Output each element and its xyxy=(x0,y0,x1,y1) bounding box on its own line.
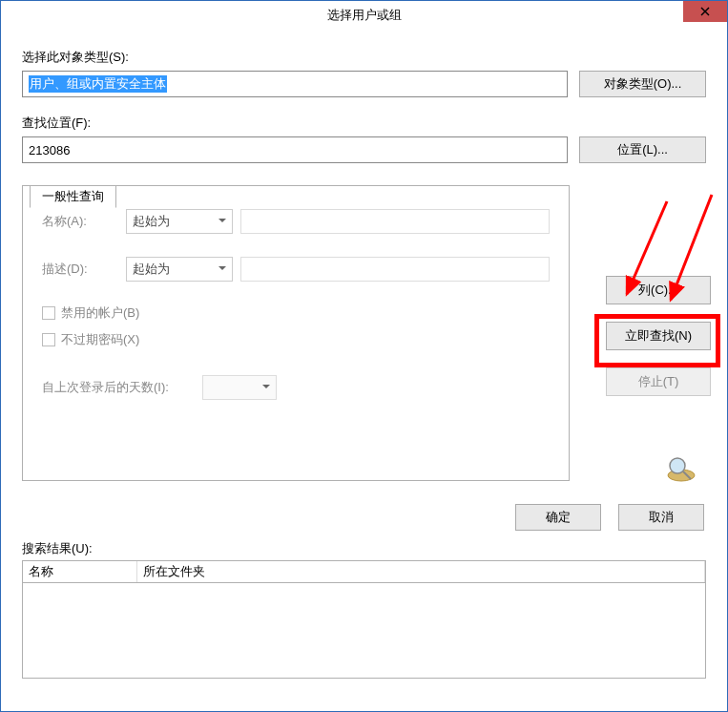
results-label: 搜索结果(U): xyxy=(22,540,706,557)
find-now-button[interactable]: 立即查找(N) xyxy=(606,322,711,350)
name-label: 名称(A): xyxy=(42,213,118,230)
location-label: 查找位置(F): xyxy=(22,115,706,132)
close-button[interactable] xyxy=(683,1,727,22)
object-type-value: 用户、组或内置安全主体 xyxy=(29,75,167,93)
days-combo xyxy=(202,375,277,400)
close-icon xyxy=(700,7,710,16)
object-type-label: 选择此对象类型(S): xyxy=(22,49,706,66)
results-list[interactable] xyxy=(22,583,706,679)
tab-common-queries[interactable]: 一般性查询 xyxy=(30,185,116,208)
results-col-folder[interactable]: 所在文件夹 xyxy=(137,561,705,582)
checkbox-icon xyxy=(42,306,55,320)
desc-label: 描述(D): xyxy=(42,261,118,278)
tab-body: 名称(A): 起始为 描述(D): 起始为 禁用的帐户(B) 不过期密码(X) xyxy=(22,185,570,481)
cancel-button[interactable]: 取消 xyxy=(618,504,704,531)
results-header: 名称 所在文件夹 xyxy=(22,560,706,583)
tab-panel: 一般性查询 名称(A): 起始为 描述(D): 起始为 禁用的帐户(B) xyxy=(22,185,706,481)
non-expiring-label: 不过期密码(X) xyxy=(61,331,139,348)
ok-button[interactable]: 确定 xyxy=(515,504,601,531)
dialog-window: 选择用户或组 选择此对象类型(S): 用户、组或内置安全主体 对象类型(O)..… xyxy=(0,0,728,712)
checkbox-icon xyxy=(42,333,55,346)
name-row: 名称(A): 起始为 xyxy=(42,209,550,234)
svg-point-5 xyxy=(670,458,685,473)
non-expiring-checkbox[interactable]: 不过期密码(X) xyxy=(42,331,550,348)
disabled-accounts-label: 禁用的帐户(B) xyxy=(61,304,139,322)
right-button-column: 列(C)... 立即查找(N) 停止(T) xyxy=(606,276,711,396)
object-types-button[interactable]: 对象类型(O)... xyxy=(579,71,706,97)
bottom-button-row: 确定 取消 xyxy=(22,494,704,531)
disabled-accounts-checkbox[interactable]: 禁用的帐户(B) xyxy=(42,304,550,322)
desc-input[interactable] xyxy=(240,257,550,282)
location-field[interactable]: 213086 xyxy=(22,136,568,163)
location-row: 213086 位置(L)... xyxy=(22,136,706,163)
titlebar: 选择用户或组 xyxy=(1,1,727,30)
results-col-name[interactable]: 名称 xyxy=(23,561,137,582)
days-row: 自上次登录后的天数(I): xyxy=(42,375,550,400)
magnifier-icon xyxy=(660,454,698,485)
dialog-title: 选择用户或组 xyxy=(327,7,402,24)
name-combo[interactable]: 起始为 xyxy=(126,209,233,234)
locations-button[interactable]: 位置(L)... xyxy=(579,136,706,163)
location-value: 213086 xyxy=(29,143,70,157)
name-input[interactable] xyxy=(240,209,550,234)
days-label: 自上次登录后的天数(I): xyxy=(42,379,195,396)
object-type-row: 用户、组或内置安全主体 对象类型(O)... xyxy=(22,71,706,97)
dialog-content: 选择此对象类型(S): 用户、组或内置安全主体 对象类型(O)... 查找位置(… xyxy=(1,30,727,688)
desc-combo[interactable]: 起始为 xyxy=(126,257,233,282)
columns-button[interactable]: 列(C)... xyxy=(606,276,711,304)
desc-row: 描述(D): 起始为 xyxy=(42,257,550,282)
object-type-field[interactable]: 用户、组或内置安全主体 xyxy=(22,71,568,97)
stop-button: 停止(T) xyxy=(606,367,711,396)
